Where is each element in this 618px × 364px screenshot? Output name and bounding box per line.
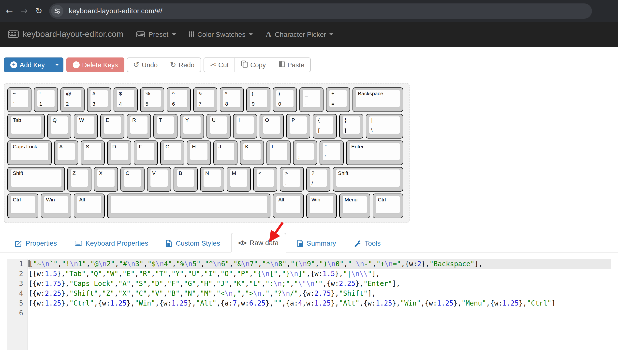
key-symbol[interactable]: |\	[366, 114, 403, 139]
key-symbol[interactable]: &7	[193, 87, 217, 112]
code-line: [{w:1.5},"Tab","Q","W","E","R","T","Y","…	[29, 269, 611, 279]
tab-keyboard-properties[interactable]: Keyboard Properties	[68, 234, 155, 252]
url-bar[interactable]: keyboard-layout-editor.com/#/	[49, 3, 592, 18]
paste-button[interactable]: Paste	[272, 57, 311, 72]
tab-label: Properties	[26, 239, 57, 247]
paste-label: Paste	[287, 61, 304, 69]
key-e[interactable]: E	[100, 114, 124, 139]
key-c[interactable]: C	[120, 167, 144, 192]
tab-raw-data[interactable]: </> Raw data	[231, 233, 286, 252]
key-symbol[interactable]: _-	[299, 87, 324, 112]
add-key-button[interactable]: + Add Key	[4, 57, 51, 72]
add-key-dropdown-button[interactable]	[51, 57, 63, 72]
key-g[interactable]: G	[160, 140, 184, 165]
key-symbol[interactable]: {[	[313, 114, 337, 139]
reload-icon[interactable]: ↻	[31, 6, 46, 16]
key-h[interactable]: H	[187, 140, 211, 165]
key-symbol[interactable]: >.	[280, 167, 304, 192]
wrench-icon	[354, 239, 361, 247]
key-i[interactable]: I	[233, 114, 257, 139]
key-alt[interactable]: Alt	[74, 194, 104, 218]
forward-icon[interactable]: →	[17, 6, 31, 16]
key-symbol[interactable]: ^6	[167, 87, 191, 112]
key-menu[interactable]: Menu	[339, 194, 370, 218]
key-ctrl[interactable]: Ctrl	[372, 194, 403, 218]
key-t[interactable]: T	[153, 114, 177, 139]
key-win[interactable]: Win	[41, 194, 71, 218]
key-j[interactable]: J	[213, 140, 237, 165]
keycap: (9	[249, 89, 267, 107]
site-settings-icon[interactable]	[51, 5, 63, 17]
nav-item-character-picker[interactable]: A Character Picker	[266, 30, 334, 38]
nav-item-color-swatches[interactable]: Color Swatches	[189, 30, 253, 38]
tab-custom-styles[interactable]: Custom Styles	[159, 234, 227, 252]
key-symbol[interactable]: #3	[87, 87, 111, 112]
key-capslock[interactable]: Caps Lock	[7, 140, 51, 165]
keycap: $4	[117, 89, 135, 107]
key-p[interactable]: P	[286, 114, 310, 139]
key-n[interactable]: N	[200, 167, 224, 192]
key-symbol[interactable]: $4	[114, 87, 138, 112]
key-z[interactable]: Z	[67, 167, 91, 192]
raw-data-textarea[interactable]: ["~\n`","!\n1","@\n2","#\n3","$\n4","%\n…	[29, 259, 611, 350]
brand-link[interactable]: keyboard-layout-editor.com	[8, 29, 123, 39]
key-backspace[interactable]: Backspace	[353, 87, 403, 112]
key-y[interactable]: Y	[180, 114, 204, 139]
key-symbol[interactable]: )0	[273, 87, 297, 112]
tab-tools[interactable]: Tools	[347, 234, 387, 252]
key-alt[interactable]: Alt	[273, 194, 304, 218]
chevron-down-icon	[55, 64, 59, 66]
key-symbol[interactable]: ~`	[7, 87, 31, 112]
key-symbol[interactable]: <,	[253, 167, 277, 192]
key-tab[interactable]: Tab	[7, 114, 45, 139]
key-k[interactable]: K	[240, 140, 264, 165]
key-w[interactable]: W	[74, 114, 98, 139]
key-symbol[interactable]: @2	[60, 87, 85, 112]
key-symbol[interactable]: %5	[140, 87, 164, 112]
undo-button[interactable]: ↺ Undo	[127, 57, 164, 72]
redo-button[interactable]: ↻ Redo	[163, 57, 201, 72]
delete-keys-button[interactable]: − Delete Keys	[66, 57, 124, 72]
key-r[interactable]: R	[127, 114, 151, 139]
key-s[interactable]: S	[80, 140, 104, 165]
key-d[interactable]: D	[107, 140, 131, 165]
key-b[interactable]: B	[173, 167, 197, 192]
keycap: Shift	[10, 169, 62, 187]
key-shift[interactable]: Shift	[333, 167, 403, 192]
key-symbol[interactable]: +=	[326, 87, 350, 112]
keycap: ^6	[170, 89, 188, 107]
cut-button[interactable]: ✂ Cut	[203, 57, 235, 72]
key-ctrl[interactable]: Ctrl	[7, 194, 38, 218]
copy-button[interactable]: Copy	[235, 57, 272, 72]
nav-item-preset[interactable]: Preset	[136, 30, 176, 38]
key-u[interactable]: U	[206, 114, 231, 139]
key-l[interactable]: L	[266, 140, 290, 165]
key-o[interactable]: O	[260, 114, 284, 139]
tab-properties[interactable]: Properties	[8, 234, 64, 252]
keycap	[110, 195, 267, 213]
key-a[interactable]: A	[54, 140, 78, 165]
key-m[interactable]: M	[226, 167, 250, 192]
key-symbol[interactable]: *8	[220, 87, 244, 112]
key-symbol[interactable]: :;	[293, 140, 317, 165]
key-enter[interactable]: Enter	[346, 140, 403, 165]
tab-summary[interactable]: Summary	[290, 234, 343, 252]
key-symbol[interactable]: !1	[34, 87, 58, 112]
keycap: Ctrl	[10, 195, 35, 213]
key-space[interactable]	[107, 194, 270, 218]
nav-item-label: Preset	[148, 30, 168, 38]
key-symbol[interactable]: }]	[339, 114, 363, 139]
back-icon[interactable]: ←	[2, 6, 17, 16]
key-v[interactable]: V	[147, 167, 171, 192]
key-x[interactable]: X	[94, 167, 118, 192]
key-q[interactable]: Q	[47, 114, 71, 139]
key-win[interactable]: Win	[306, 194, 337, 218]
keycap: *8	[223, 89, 241, 107]
key-symbol[interactable]: ?/	[306, 167, 330, 192]
key-symbol[interactable]: "'	[319, 140, 343, 165]
url-text[interactable]: keyboard-layout-editor.com/#/	[69, 7, 162, 15]
key-shift[interactable]: Shift	[7, 167, 65, 192]
key-symbol[interactable]: (9	[246, 87, 270, 112]
redo-label: Redo	[179, 61, 195, 69]
key-f[interactable]: F	[133, 140, 158, 165]
